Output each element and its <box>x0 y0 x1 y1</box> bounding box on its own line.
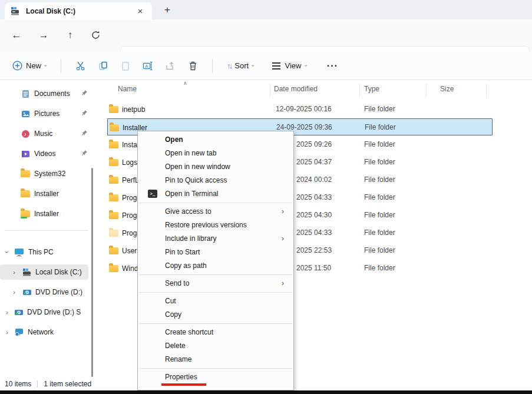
sort-button[interactable]: ↑↓ Sort › <box>221 56 260 76</box>
menu-item-include-in-library[interactable]: Include in library › <box>138 232 293 246</box>
up-button[interactable]: ↑ <box>62 27 78 44</box>
folder-icon <box>109 194 118 201</box>
submenu-arrow-icon: › <box>282 277 284 290</box>
sidebar-item-network[interactable]: › Network <box>0 325 90 340</box>
status-divider <box>37 380 38 388</box>
sidebar-item-local-disk-c[interactable]: › Local Disk (C:) <box>0 264 90 280</box>
sidebar-scrollbar[interactable] <box>91 168 93 377</box>
sidebar-item-label: DVD Drive (D:) <box>35 288 82 296</box>
delete-button[interactable] <box>181 56 204 76</box>
tab-bar: Local Disk (C:) × + <box>0 0 532 19</box>
terminal-icon: >_ <box>148 190 157 198</box>
menu-item-open-in-terminal[interactable]: >_ Open in Terminal <box>138 187 293 201</box>
menu-item-open[interactable]: Open <box>138 133 293 147</box>
sidebar-item-label: System32 <box>34 170 65 178</box>
back-button[interactable]: ← <box>8 27 25 44</box>
sidebar-item-documents[interactable]: Documents <box>0 86 90 101</box>
sidebar-item-label: Documents <box>34 90 70 98</box>
column-header-name[interactable]: Name <box>118 85 137 93</box>
videos-icon <box>21 149 30 158</box>
local-disk-icon <box>11 7 20 15</box>
sidebar-item-system32[interactable]: System32 <box>0 166 90 181</box>
paste-icon <box>120 61 131 71</box>
toolbar-divider <box>212 59 213 73</box>
pin-icon <box>81 150 88 157</box>
sidebar-item-installer[interactable]: Installer <box>0 186 90 201</box>
view-button[interactable]: View › <box>265 56 313 76</box>
chevron-collapsed-icon[interactable]: › <box>11 289 18 296</box>
sidebar-item-label: Network <box>28 328 54 336</box>
navigation-bar: ← → ↑ › This PC › Local Disk (C:) › <box>0 19 532 52</box>
more-options-button[interactable]: ··· <box>321 56 344 76</box>
tab-title: Local Disk (C:) <box>26 7 134 15</box>
menu-separator <box>139 292 292 293</box>
sidebar-item-label: Installer <box>34 210 59 218</box>
refresh-button[interactable] <box>87 27 104 44</box>
command-toolbar: New › <box>0 52 532 80</box>
menu-item-open-in-new-tab[interactable]: Open in new tab <box>138 147 293 160</box>
svg-text:♪: ♪ <box>24 131 27 137</box>
sidebar-item-videos[interactable]: Videos <box>0 146 90 161</box>
tab-local-disk[interactable]: Local Disk (C:) × <box>5 2 152 19</box>
folder-icon <box>109 106 118 113</box>
column-header-size[interactable]: Size <box>440 85 454 93</box>
menu-item-properties[interactable]: Properties <box>138 370 293 384</box>
folder-icon <box>109 212 118 219</box>
new-tab-button[interactable]: + <box>160 2 174 18</box>
menu-item-rename[interactable]: Rename <box>138 353 293 366</box>
rename-button[interactable]: A <box>137 56 159 76</box>
new-button[interactable]: New › <box>6 56 52 76</box>
sidebar-item-pictures[interactable]: Pictures <box>0 106 90 121</box>
column-header-type[interactable]: Type <box>364 85 379 93</box>
tab-close-icon[interactable]: × <box>134 6 146 16</box>
sidebar-item-label: DVD Drive (D:) S <box>27 308 81 316</box>
sidebar-item-label: This PC <box>28 248 54 256</box>
menu-item-create-shortcut[interactable]: Create shortcut <box>138 326 293 339</box>
share-button[interactable] <box>159 56 181 76</box>
network-icon <box>14 328 24 336</box>
share-icon <box>165 61 176 71</box>
sidebar-separator <box>5 230 88 231</box>
column-separator[interactable] <box>359 84 360 97</box>
file-row-inetpub[interactable]: inetpub 12-09-2025 00:16 File folder <box>107 101 493 118</box>
column-separator[interactable] <box>486 84 487 97</box>
sidebar-item-dvd-drive-d[interactable]: › DVD Drive (D:) <box>0 284 90 300</box>
sidebar-item-music[interactable]: ♪ Music <box>0 126 90 141</box>
menu-item-restore-previous-versions[interactable]: Restore previous versions <box>138 218 293 232</box>
chevron-down-icon: › <box>303 65 309 67</box>
column-separator[interactable] <box>270 84 270 97</box>
cut-icon <box>75 61 86 71</box>
menu-item-give-access-to[interactable]: Give access to › <box>138 205 293 218</box>
red-annotation-underline <box>161 383 206 386</box>
menu-item-pin-to-start[interactable]: Pin to Start <box>138 246 293 259</box>
chevron-collapsed-icon[interactable]: › <box>4 309 11 316</box>
sidebar-item-installer-2[interactable]: Installer <box>0 206 90 221</box>
menu-item-pin-to-quick-access[interactable]: Pin to Quick access <box>138 174 293 187</box>
sidebar: Documents Pictures ♪ Music Videos <box>0 80 99 377</box>
folder-icon <box>21 190 30 197</box>
toolbar-divider <box>61 59 61 73</box>
column-separator[interactable] <box>426 84 427 97</box>
chevron-collapsed-icon[interactable]: › <box>11 269 18 276</box>
sidebar-item-this-pc[interactable]: › This PC <box>0 244 90 260</box>
menu-item-send-to[interactable]: Send to › <box>138 277 293 290</box>
cut-button[interactable] <box>70 56 92 76</box>
context-menu: Open Open in new tab Open in new window … <box>137 131 294 390</box>
paste-button[interactable] <box>114 56 137 76</box>
menu-item-delete[interactable]: Delete <box>138 339 293 353</box>
folder-sync-icon <box>21 210 30 217</box>
sidebar-item-dvd-drive-d-2[interactable]: › DVD Drive (D:) S <box>0 304 90 320</box>
sidebar-item-label: Installer <box>34 190 59 198</box>
column-header-date-modified[interactable]: Date modified <box>274 85 318 93</box>
menu-item-open-in-new-window[interactable]: Open in new window <box>138 160 293 174</box>
svg-text:A: A <box>146 63 149 68</box>
forward-button[interactable]: → <box>35 27 52 44</box>
pin-icon <box>81 90 88 97</box>
menu-item-copy-as-path[interactable]: Copy as path <box>138 259 293 273</box>
chevron-collapsed-icon[interactable]: › <box>4 329 11 336</box>
copy-button[interactable] <box>92 56 114 76</box>
chevron-expanded-icon[interactable]: › <box>4 249 11 256</box>
sort-ascending-icon: ∧ <box>183 80 187 86</box>
menu-item-cut[interactable]: Cut <box>138 294 293 308</box>
menu-item-copy[interactable]: Copy <box>138 308 293 322</box>
